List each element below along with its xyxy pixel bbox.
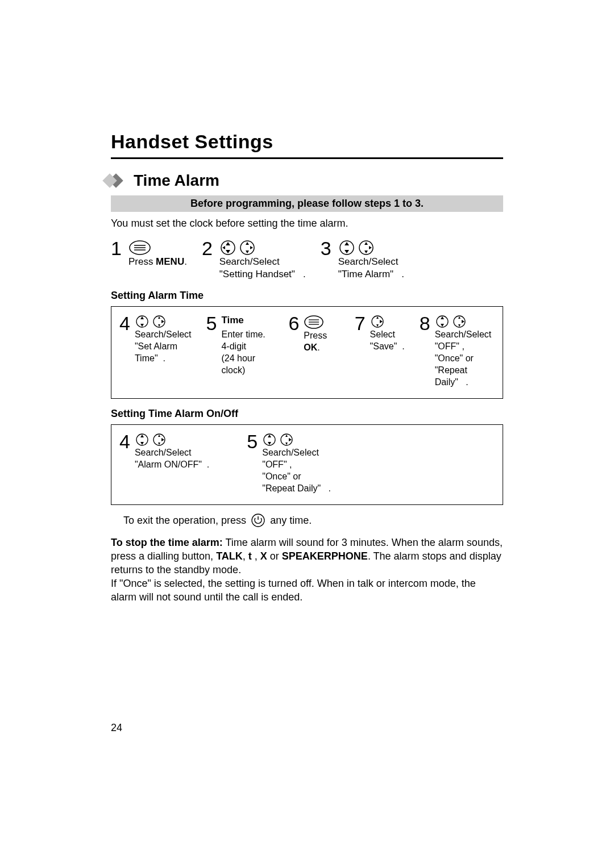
step-text: OK — [304, 343, 317, 352]
note-text: TALK — [216, 550, 243, 562]
svg-marker-40 — [462, 320, 464, 323]
steps-box: 4 Search/Select "Alarm ON/OFF" . 5 — [111, 424, 503, 505]
step-text: "Set Alarm — [135, 340, 192, 352]
step-text: Search/Select — [135, 328, 192, 340]
note-text: , — [252, 550, 260, 562]
svg-marker-42 — [140, 435, 144, 437]
instruction-banner: Before programming, please follow steps … — [111, 195, 503, 212]
svg-marker-31 — [376, 316, 379, 319]
svg-marker-20 — [140, 316, 144, 319]
svg-marker-49 — [268, 435, 271, 437]
svg-marker-23 — [158, 316, 160, 319]
nav-scroll-icon — [435, 315, 450, 328]
svg-marker-10 — [246, 251, 249, 253]
svg-marker-36 — [441, 324, 444, 327]
nav-scroll-icon — [262, 433, 277, 446]
svg-marker-53 — [285, 443, 288, 445]
step-text: "OFF" , — [435, 340, 495, 352]
step-number: 7 — [355, 315, 366, 332]
step-text: "Alarm ON/OFF" — [135, 460, 202, 469]
nav-select-icon — [452, 315, 467, 328]
step-number: 8 — [420, 315, 430, 332]
step-text: Search/Select — [135, 446, 209, 458]
step-text: . — [317, 343, 320, 352]
step-text: "Repeat Daily" — [262, 483, 321, 493]
exit-text: any time. — [270, 515, 312, 527]
step-text: "Save" — [370, 341, 397, 351]
section-title: Time Alarm — [134, 172, 219, 190]
nav-select-icon — [370, 315, 405, 328]
svg-point-55 — [252, 514, 264, 527]
step-text: Enter time. — [221, 328, 273, 340]
svg-marker-43 — [140, 442, 144, 445]
step-text: . — [184, 256, 187, 267]
nav-scroll-icon — [338, 240, 355, 256]
subsection-title: Setting Time Alarm On/Off — [111, 408, 503, 420]
svg-marker-35 — [441, 316, 444, 319]
step-text: Press — [304, 331, 327, 340]
svg-marker-50 — [268, 442, 271, 445]
svg-marker-21 — [140, 324, 144, 327]
step-text: Select — [370, 328, 405, 340]
step-text: "Repeat Daily" — [435, 365, 467, 387]
menu-button-icon — [128, 240, 151, 256]
step-text: Time" — [135, 353, 158, 363]
step-number: 5 — [206, 315, 217, 332]
svg-marker-17 — [364, 251, 368, 253]
step-text: "Once" or — [435, 352, 495, 364]
svg-marker-18 — [369, 246, 372, 249]
step-number: 3 — [321, 240, 331, 257]
svg-marker-45 — [158, 435, 160, 437]
note-text: SPEAKERPHONE — [282, 550, 368, 562]
svg-marker-33 — [380, 320, 383, 323]
svg-marker-5 — [226, 242, 230, 245]
step-number: 1 — [111, 240, 122, 257]
svg-marker-32 — [376, 324, 379, 327]
step-text: MENU — [156, 256, 184, 267]
svg-marker-24 — [158, 324, 160, 327]
nav-select-icon — [279, 433, 294, 446]
step-text: Search/Select — [435, 328, 495, 340]
step-number: 5 — [247, 433, 258, 450]
note-text: X — [260, 550, 267, 562]
svg-marker-13 — [345, 242, 349, 245]
note-text: or — [267, 550, 282, 562]
nav-scroll-icon — [135, 433, 150, 446]
step-subtitle: Time — [221, 315, 273, 326]
svg-marker-54 — [289, 438, 292, 441]
svg-marker-14 — [345, 250, 349, 253]
nav-scroll-icon — [219, 240, 237, 256]
step-number: 4 — [119, 433, 130, 450]
svg-marker-7 — [222, 246, 225, 249]
subsection-title: Setting Alarm Time — [111, 290, 503, 302]
note-label: To stop the time alarm: — [111, 537, 223, 548]
exit-text: To exit the operation, press — [123, 515, 246, 527]
steps-main: 1 Press MENU. 2 — [111, 240, 503, 281]
step-text: Search/Select — [262, 446, 331, 458]
svg-marker-9 — [246, 242, 249, 245]
steps-box: 4 Search/Select "Set Alarm Time" . 5 — [111, 306, 503, 399]
svg-marker-46 — [158, 443, 160, 445]
step-text: "OFF" , — [262, 458, 331, 470]
svg-marker-25 — [161, 320, 164, 323]
intro-text: You must set the clock before setting th… — [111, 218, 503, 229]
ok-button-icon — [304, 315, 339, 329]
title-rule — [111, 157, 503, 159]
step-text: 4-digit — [221, 340, 273, 352]
svg-marker-39 — [458, 324, 460, 327]
note-text: , — [243, 550, 248, 562]
svg-marker-38 — [458, 316, 460, 319]
page-number: 24 — [111, 722, 122, 734]
power-button-icon — [251, 513, 265, 528]
svg-marker-11 — [250, 246, 253, 249]
page-title: Handset Settings — [111, 131, 503, 153]
step-text: Search/Select — [338, 256, 404, 268]
nav-scroll-icon — [135, 315, 150, 328]
step-text: (24 hour clock) — [221, 352, 273, 376]
nav-select-icon — [152, 433, 167, 446]
step-text: "Time Alarm" — [338, 269, 393, 279]
step-text: Search/Select — [219, 256, 306, 268]
step-number: 4 — [119, 315, 130, 332]
note-block: To stop the time alarm: Time alarm will … — [111, 536, 503, 604]
nav-select-icon — [358, 240, 375, 256]
